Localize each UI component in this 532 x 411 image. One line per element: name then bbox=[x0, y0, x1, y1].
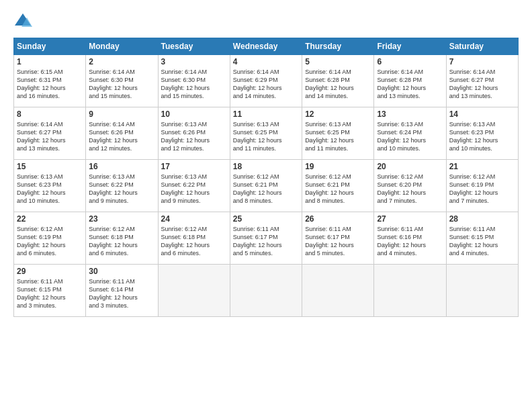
calendar-cell: 19Sunrise: 6:12 AM Sunset: 6:21 PM Dayli… bbox=[302, 160, 374, 212]
calendar-cell: 13Sunrise: 6:13 AM Sunset: 6:24 PM Dayli… bbox=[374, 107, 446, 160]
calendar-cell bbox=[446, 265, 518, 317]
day-number: 10 bbox=[161, 109, 227, 119]
calendar-cell: 5Sunrise: 6:14 AM Sunset: 6:28 PM Daylig… bbox=[302, 55, 374, 107]
day-number: 30 bbox=[89, 267, 154, 276]
day-number: 16 bbox=[89, 162, 154, 171]
day-number: 25 bbox=[233, 214, 299, 224]
day-number: 14 bbox=[449, 109, 515, 119]
calendar-cell: 29Sunrise: 6:11 AM Sunset: 6:15 PM Dayli… bbox=[14, 265, 86, 317]
day-info: Sunrise: 6:14 AM Sunset: 6:27 PM Dayligh… bbox=[449, 68, 515, 101]
day-info: Sunrise: 6:12 AM Sunset: 6:18 PM Dayligh… bbox=[89, 225, 154, 258]
day-number: 1 bbox=[17, 57, 83, 66]
day-info: Sunrise: 6:12 AM Sunset: 6:19 PM Dayligh… bbox=[449, 173, 515, 205]
day-number: 28 bbox=[449, 214, 515, 224]
day-info: Sunrise: 6:13 AM Sunset: 6:26 PM Dayligh… bbox=[161, 120, 227, 153]
day-number: 8 bbox=[17, 109, 83, 119]
weekday-header: Tuesday bbox=[158, 38, 230, 55]
calendar-cell: 1Sunrise: 6:15 AM Sunset: 6:31 PM Daylig… bbox=[14, 55, 86, 107]
day-info: Sunrise: 6:13 AM Sunset: 6:25 PM Dayligh… bbox=[305, 120, 371, 153]
calendar-week-row: 8Sunrise: 6:14 AM Sunset: 6:27 PM Daylig… bbox=[14, 107, 519, 160]
calendar-cell: 9Sunrise: 6:14 AM Sunset: 6:26 PM Daylig… bbox=[86, 107, 158, 160]
calendar-cell bbox=[230, 265, 302, 317]
calendar-cell: 3Sunrise: 6:14 AM Sunset: 6:30 PM Daylig… bbox=[158, 55, 230, 107]
page: SundayMondayTuesdayWednesdayThursdayFrid… bbox=[0, 0, 532, 411]
day-number: 5 bbox=[305, 57, 371, 66]
day-info: Sunrise: 6:11 AM Sunset: 6:17 PM Dayligh… bbox=[305, 225, 371, 258]
day-info: Sunrise: 6:13 AM Sunset: 6:22 PM Dayligh… bbox=[161, 173, 227, 205]
calendar-week-row: 1Sunrise: 6:15 AM Sunset: 6:31 PM Daylig… bbox=[14, 55, 519, 107]
day-info: Sunrise: 6:11 AM Sunset: 6:17 PM Dayligh… bbox=[233, 225, 299, 258]
calendar-cell: 21Sunrise: 6:12 AM Sunset: 6:19 PM Dayli… bbox=[446, 160, 518, 212]
day-number: 7 bbox=[449, 57, 515, 66]
day-number: 26 bbox=[305, 214, 371, 224]
calendar-cell: 18Sunrise: 6:12 AM Sunset: 6:21 PM Dayli… bbox=[230, 160, 302, 212]
header bbox=[13, 12, 519, 31]
day-info: Sunrise: 6:14 AM Sunset: 6:28 PM Dayligh… bbox=[377, 68, 443, 101]
calendar-cell: 11Sunrise: 6:13 AM Sunset: 6:25 PM Dayli… bbox=[230, 107, 302, 160]
day-number: 22 bbox=[17, 214, 83, 224]
calendar-cell: 4Sunrise: 6:14 AM Sunset: 6:29 PM Daylig… bbox=[230, 55, 302, 107]
day-info: Sunrise: 6:13 AM Sunset: 6:23 PM Dayligh… bbox=[17, 173, 83, 205]
day-info: Sunrise: 6:14 AM Sunset: 6:27 PM Dayligh… bbox=[17, 120, 83, 153]
calendar-cell: 30Sunrise: 6:11 AM Sunset: 6:14 PM Dayli… bbox=[86, 265, 158, 317]
calendar-cell: 27Sunrise: 6:11 AM Sunset: 6:16 PM Dayli… bbox=[374, 212, 446, 265]
calendar-cell: 8Sunrise: 6:14 AM Sunset: 6:27 PM Daylig… bbox=[14, 107, 86, 160]
day-info: Sunrise: 6:11 AM Sunset: 6:15 PM Dayligh… bbox=[449, 225, 515, 258]
day-number: 15 bbox=[17, 162, 83, 171]
day-info: Sunrise: 6:12 AM Sunset: 6:21 PM Dayligh… bbox=[305, 173, 371, 205]
day-number: 2 bbox=[89, 57, 154, 66]
day-number: 29 bbox=[17, 267, 83, 276]
weekday-header: Sunday bbox=[14, 38, 86, 55]
day-info: Sunrise: 6:11 AM Sunset: 6:14 PM Dayligh… bbox=[89, 277, 154, 310]
weekday-header: Monday bbox=[86, 38, 158, 55]
day-info: Sunrise: 6:13 AM Sunset: 6:24 PM Dayligh… bbox=[377, 120, 443, 153]
day-number: 23 bbox=[89, 214, 154, 224]
day-number: 13 bbox=[377, 109, 443, 119]
calendar-week-row: 15Sunrise: 6:13 AM Sunset: 6:23 PM Dayli… bbox=[14, 160, 519, 212]
calendar-cell: 17Sunrise: 6:13 AM Sunset: 6:22 PM Dayli… bbox=[158, 160, 230, 212]
day-number: 18 bbox=[233, 162, 299, 171]
day-info: Sunrise: 6:12 AM Sunset: 6:18 PM Dayligh… bbox=[161, 225, 227, 258]
weekday-header: Saturday bbox=[446, 38, 518, 55]
calendar-cell: 22Sunrise: 6:12 AM Sunset: 6:19 PM Dayli… bbox=[14, 212, 86, 265]
day-number: 24 bbox=[161, 214, 227, 224]
calendar-cell bbox=[158, 265, 230, 317]
calendar-cell: 7Sunrise: 6:14 AM Sunset: 6:27 PM Daylig… bbox=[446, 55, 518, 107]
weekday-header: Thursday bbox=[302, 38, 374, 55]
day-info: Sunrise: 6:13 AM Sunset: 6:23 PM Dayligh… bbox=[449, 120, 515, 153]
day-number: 9 bbox=[89, 109, 154, 119]
weekday-header: Wednesday bbox=[230, 38, 302, 55]
calendar-table: SundayMondayTuesdayWednesdayThursdayFrid… bbox=[13, 38, 519, 317]
day-number: 20 bbox=[377, 162, 443, 171]
day-info: Sunrise: 6:11 AM Sunset: 6:16 PM Dayligh… bbox=[377, 225, 443, 258]
calendar-cell: 16Sunrise: 6:13 AM Sunset: 6:22 PM Dayli… bbox=[86, 160, 158, 212]
day-info: Sunrise: 6:15 AM Sunset: 6:31 PM Dayligh… bbox=[17, 68, 83, 101]
day-number: 21 bbox=[449, 162, 515, 171]
calendar-week-row: 29Sunrise: 6:11 AM Sunset: 6:15 PM Dayli… bbox=[14, 265, 519, 317]
calendar-cell: 14Sunrise: 6:13 AM Sunset: 6:23 PM Dayli… bbox=[446, 107, 518, 160]
calendar-cell: 2Sunrise: 6:14 AM Sunset: 6:30 PM Daylig… bbox=[86, 55, 158, 107]
day-number: 11 bbox=[233, 109, 299, 119]
day-number: 3 bbox=[161, 57, 227, 66]
calendar-cell: 25Sunrise: 6:11 AM Sunset: 6:17 PM Dayli… bbox=[230, 212, 302, 265]
logo bbox=[13, 12, 35, 31]
calendar-cell: 6Sunrise: 6:14 AM Sunset: 6:28 PM Daylig… bbox=[374, 55, 446, 107]
day-info: Sunrise: 6:14 AM Sunset: 6:30 PM Dayligh… bbox=[89, 68, 154, 101]
day-number: 4 bbox=[233, 57, 299, 66]
calendar-cell: 15Sunrise: 6:13 AM Sunset: 6:23 PM Dayli… bbox=[14, 160, 86, 212]
day-info: Sunrise: 6:13 AM Sunset: 6:22 PM Dayligh… bbox=[89, 173, 154, 205]
day-number: 12 bbox=[305, 109, 371, 119]
calendar-cell: 26Sunrise: 6:11 AM Sunset: 6:17 PM Dayli… bbox=[302, 212, 374, 265]
day-number: 19 bbox=[305, 162, 371, 171]
calendar-cell: 24Sunrise: 6:12 AM Sunset: 6:18 PM Dayli… bbox=[158, 212, 230, 265]
calendar-cell: 20Sunrise: 6:12 AM Sunset: 6:20 PM Dayli… bbox=[374, 160, 446, 212]
day-info: Sunrise: 6:14 AM Sunset: 6:30 PM Dayligh… bbox=[161, 68, 227, 101]
day-info: Sunrise: 6:14 AM Sunset: 6:26 PM Dayligh… bbox=[89, 120, 154, 153]
day-number: 27 bbox=[377, 214, 443, 224]
weekday-header: Friday bbox=[374, 38, 446, 55]
calendar-cell bbox=[302, 265, 374, 317]
weekday-header-row: SundayMondayTuesdayWednesdayThursdayFrid… bbox=[14, 38, 519, 55]
calendar-cell: 23Sunrise: 6:12 AM Sunset: 6:18 PM Dayli… bbox=[86, 212, 158, 265]
calendar-cell: 28Sunrise: 6:11 AM Sunset: 6:15 PM Dayli… bbox=[446, 212, 518, 265]
calendar-cell: 12Sunrise: 6:13 AM Sunset: 6:25 PM Dayli… bbox=[302, 107, 374, 160]
